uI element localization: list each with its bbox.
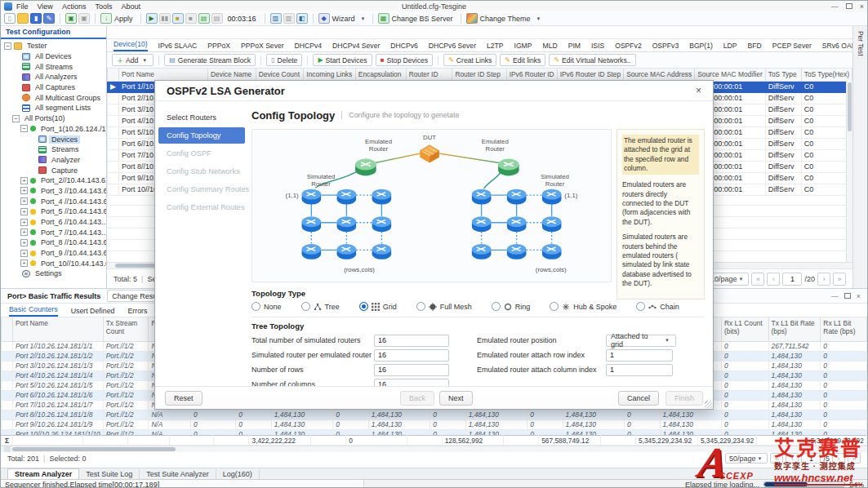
change-theme-button[interactable]: Change Theme: [480, 15, 531, 23]
results-maximize-icon[interactable]: [844, 293, 851, 299]
tree-item-tester[interactable]: −Tester: [1, 41, 106, 51]
next-page-button[interactable]: ›: [817, 273, 830, 286]
tree-item-all-devices[interactable]: All Devices: [1, 51, 106, 62]
number-of-rows-input[interactable]: [374, 364, 449, 376]
table-row[interactable]: Port 10//10.26.124.181/1/10Port.//1/2N/A…: [2, 429, 867, 435]
results-prev-page-button[interactable]: ‹: [786, 453, 799, 464]
column-header[interactable]: Port Name: [12, 317, 103, 341]
tree-item-analyzer[interactable]: Analyzer: [1, 155, 106, 166]
protocol-tab-14[interactable]: OSPFv3: [652, 42, 679, 51]
protocol-tab-4[interactable]: DHCPv4: [295, 42, 322, 51]
emulated-router-position-select[interactable]: Attached to grid▼: [606, 335, 676, 347]
protocol-tab-17[interactable]: BFD: [748, 42, 762, 51]
sidebar-header[interactable]: Test Configuration: [1, 26, 106, 39]
column-header[interactable]: Source MAC Modifier: [695, 69, 766, 81]
protocol-tab-8[interactable]: L2TP: [487, 42, 504, 51]
clear-traffic-icon[interactable]: ■: [185, 13, 197, 24]
bottom-tab-0[interactable]: Stream Analyzer: [7, 468, 79, 479]
edit-links-button[interactable]: ✎Edit links: [500, 54, 545, 66]
dialog-close-icon[interactable]: ×: [696, 85, 701, 96]
tree-item-all-streams[interactable]: All Streams: [1, 61, 106, 72]
total-simulated-routers-input[interactable]: [374, 335, 449, 347]
collapse-icon[interactable]: −: [20, 125, 28, 132]
tree-item-port-6-10-44-143-[interactable]: +Port_6 //10.44.143....: [1, 217, 106, 228]
apply-icon[interactable]: ↓: [100, 13, 112, 24]
menu-item-1[interactable]: View: [38, 2, 53, 11]
disconnect-icon[interactable]: ▣: [78, 13, 90, 24]
delete-button[interactable]: ▯Delete: [266, 54, 302, 66]
simulated-per-emulated-input[interactable]: [374, 349, 449, 362]
protocol-tab-13[interactable]: OSPFv2: [615, 42, 641, 51]
column-header[interactable]: Source MAC Address: [624, 69, 695, 81]
results-last-page-button[interactable]: »: [848, 453, 861, 464]
protocol-tab-3[interactable]: PPPoX Sever: [241, 42, 284, 51]
column-header[interactable]: ToS Type(Hex): [801, 69, 852, 81]
menu-item-0[interactable]: File: [16, 2, 29, 11]
database-icon[interactable]: ◧: [296, 13, 308, 24]
protocol-tab-5[interactable]: DHCPv4 Sever: [332, 42, 380, 51]
protocol-tab-2[interactable]: PPPoX: [207, 42, 230, 51]
protocol-tab-18[interactable]: PCEP Sever: [772, 42, 812, 51]
tree-item-streams[interactable]: Streams: [1, 144, 106, 155]
protocol-tab-15[interactable]: BGP(1): [689, 42, 713, 51]
tree-item-all-captures[interactable]: All Captures: [1, 82, 106, 93]
column-header[interactable]: Encapsulation: [355, 69, 406, 81]
tree-item-capture[interactable]: Capture: [1, 165, 106, 175]
table-row[interactable]: Σ3,422,222,2220128,562,992567,588,749.12…: [2, 436, 867, 446]
protocol-tab-1[interactable]: IPv6 SLAAC: [158, 42, 198, 51]
column-header[interactable]: [2, 317, 13, 341]
column-header[interactable]: ToS Type: [765, 69, 801, 81]
new-file-icon[interactable]: ▯: [4, 13, 16, 24]
results-tab-2[interactable]: Errors: [127, 307, 147, 317]
tree-item-all-segment-lists[interactable]: All segment Lists: [1, 103, 106, 113]
stop-capture-icon[interactable]: ▤: [211, 13, 223, 24]
expand-icon[interactable]: +: [20, 187, 28, 194]
stop-devices-button[interactable]: ■Stop Devices: [376, 54, 433, 66]
menu-item-2[interactable]: Actions: [62, 2, 87, 11]
column-header[interactable]: Port Name: [118, 69, 207, 81]
expand-icon[interactable]: +: [20, 197, 28, 205]
page-input[interactable]: 1: [782, 273, 802, 286]
expand-icon[interactable]: +: [20, 228, 28, 236]
edit-virtual-networks-button[interactable]: ✎Edit Virtual Networks..: [549, 54, 635, 66]
tree-item-port-10-10-44-143-6-[interactable]: +Port_10//10.44.143.6...: [1, 258, 106, 268]
expand-icon[interactable]: +: [20, 260, 28, 267]
table-row[interactable]: Port 8//10.26.124.181/1/8Port.//1/2N/A00…: [2, 410, 867, 419]
tree-item-all-ports-10-[interactable]: −All Ports(10): [1, 113, 106, 124]
resize-grip[interactable]: [705, 401, 712, 408]
tree-item-port-7-10-44-143-[interactable]: +Port_7 //10.44.143....: [1, 227, 106, 237]
menu-item-3[interactable]: Tools: [95, 2, 112, 11]
results-close-icon[interactable]: ×: [857, 292, 861, 300]
column-header[interactable]: Incoming Links: [304, 69, 355, 81]
protocol-tab-16[interactable]: LDP: [723, 42, 737, 51]
tree-item-port-4-10-44-143-6-[interactable]: +Port_4 //10.44.143.6...: [1, 196, 106, 206]
protocol-tab-9[interactable]: IGMP: [514, 42, 532, 51]
column-header[interactable]: Router ID Step: [452, 69, 506, 81]
radio-grid[interactable]: Grid: [359, 302, 397, 311]
expand-icon[interactable]: +: [20, 250, 28, 257]
step-select-routers[interactable]: Select Routers: [158, 109, 245, 126]
column-header[interactable]: Router ID: [406, 69, 452, 81]
tree-item-all-multicast-groups[interactable]: All Multicast Groups: [1, 92, 106, 103]
column-header[interactable]: Rx L1 Count (bits): [722, 317, 769, 341]
next-button[interactable]: Next: [439, 391, 473, 406]
change-bs-server-button[interactable]: Change BS Server: [392, 15, 453, 23]
results-page-input[interactable]: 1: [801, 453, 821, 464]
tree-item-port-3-10-44-143-6-[interactable]: +Port_3 //10.44.143.6...: [1, 186, 106, 197]
results-per-page-select[interactable]: 50/page▼: [725, 453, 768, 464]
tree-item-port-2-10-44-143-6-[interactable]: +Port_2//10.44.143.6...: [1, 175, 106, 186]
protocol-tab-0[interactable]: Device(10): [114, 40, 148, 51]
column-header[interactable]: Tx L1 Bit Rate (bps): [768, 317, 821, 341]
protocol-tab-11[interactable]: PIM: [568, 42, 581, 51]
tree-item-port-9-10-44-143-6-[interactable]: +Port_9 //10.44.143.6...: [1, 248, 106, 259]
prev-page-button[interactable]: ‹: [767, 273, 780, 286]
expand-icon[interactable]: +: [20, 239, 28, 246]
counters-icon[interactable]: ▥: [270, 13, 282, 24]
column-header[interactable]: IPv6 Router ID Step: [557, 69, 623, 81]
step-config-topology[interactable]: Config Topology: [158, 127, 245, 144]
radio-ring[interactable]: Ring: [492, 302, 531, 311]
expand-icon[interactable]: +: [20, 208, 28, 215]
collapse-icon[interactable]: −: [4, 42, 11, 50]
create-links-button[interactable]: ✎Creat Links: [443, 54, 496, 66]
open-folder-icon[interactable]: [17, 13, 29, 24]
